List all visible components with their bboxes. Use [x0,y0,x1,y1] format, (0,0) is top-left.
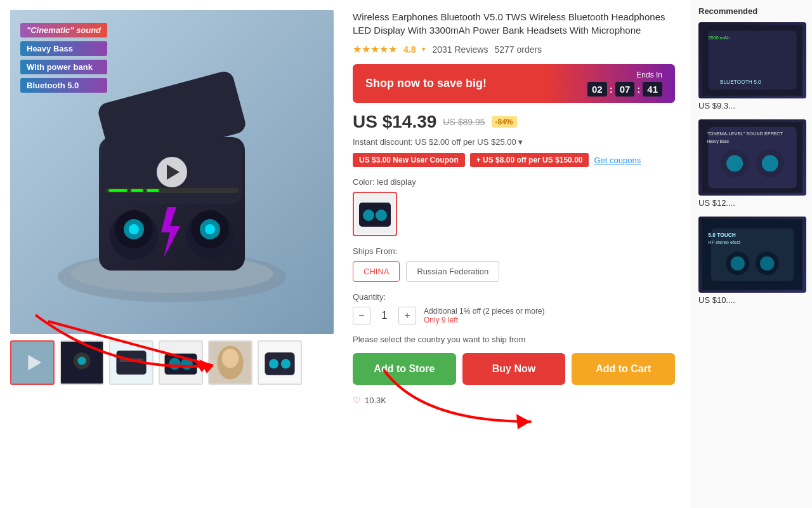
reviews-count: 2031 Reviews [432,44,488,55]
countdown-box: Ends In 02 : 07 : 41 [587,70,662,97]
ship-russia[interactable]: Russian Federation [406,261,499,282]
countdown-digits: 02 : 07 : 41 [587,82,662,97]
rec-item-1[interactable]: BLUETOOTH 5.0 3500 mAh US $9.3... [698,22,806,110]
likes-row: ♡ 10.3K [353,395,675,405]
promo-banner: Shop now to save big! Ends In 02 : 07 : … [353,64,675,103]
quantity-label: Quantity: [353,292,675,302]
rec-img-placeholder-2: "CINEMA-LEVEL" SOUND EFFECT Heavy Bass [698,119,806,196]
svg-rect-9 [147,189,159,192]
product-badges: "Cinematic" sound Heavy Bass With power … [20,23,107,93]
svg-marker-45 [516,414,530,429]
coupon-tag-2: + US $8.00 off per US $150.00 [470,153,589,167]
svg-point-43 [363,210,374,221]
rec-price-1: US $9.3... [698,101,806,110]
original-price: US $89.95 [443,117,485,127]
color-option-led[interactable] [353,192,397,236]
svg-point-67 [760,257,774,271]
ships-options: CHINA Russian Federation [353,261,675,282]
ends-in-label: Ends In [636,70,662,79]
colon-1: : [610,84,613,95]
color-options [353,192,675,236]
badge-cinematic: "Cinematic" sound [20,23,107,37]
svg-point-65 [731,257,745,271]
qty-increase-button[interactable]: + [398,307,416,324]
likes-count: 10.3K [365,396,386,405]
svg-text:5.0 TOUCH: 5.0 TOUCH [708,232,736,238]
product-details-panel: Wireless Earphones Bluetooth V5.0 TWS Wi… [346,10,681,498]
thumbnail-strip [10,340,334,385]
ships-section: Ships From: CHINA Russian Federation [353,246,675,282]
ship-china[interactable]: CHINA [353,261,400,282]
svg-point-57 [726,155,743,171]
coupon-row: US $3.00 New User Coupon + US $8.00 off … [353,153,675,167]
rec-image-3: 5.0 TOUCH HF stereo efect [698,217,806,293]
discount-badge: -84% [492,116,517,128]
quantity-row: − 1 + Additional 1% off (2 pieces or mor… [353,307,675,324]
qty-stock-text: Only 9 left [424,316,545,324]
current-price: US $14.39 [353,112,436,132]
qty-discount-text: Additional 1% off (2 pieces or more) [424,307,545,316]
heart-icon: ♡ [353,395,361,405]
svg-point-36 [269,359,278,368]
rating-arrow-icon[interactable]: ▾ [422,45,426,53]
product-image-panel: "Cinematic" sound Heavy Bass With power … [10,10,334,498]
qty-value: 1 [378,310,391,321]
sidebar: Recommended BLUETOOTH 5.0 3500 mAh US $9… [691,0,812,508]
thumbnail-2[interactable] [60,340,104,385]
badge-bluetooth: Bluetooth 5.0 [20,78,107,93]
svg-point-59 [762,155,778,171]
svg-point-17 [205,224,215,234]
svg-rect-25 [116,351,146,375]
svg-point-30 [181,358,193,370]
action-buttons: Add to Store Buy Now Add to Cart [353,353,675,385]
color-section: Color: led display [353,177,675,236]
svg-text:3500 mAh: 3500 mAh [708,35,730,41]
buy-now-button[interactable]: Buy Now [462,353,566,385]
svg-text:BLUETOOTH 5.0: BLUETOOTH 5.0 [720,79,761,85]
svg-point-44 [376,210,387,221]
add-to-cart-button[interactable]: Add to Cart [572,353,675,385]
main-product-image: "Cinematic" sound Heavy Bass With power … [10,10,334,334]
rec-image-2: "CINEMA-LEVEL" SOUND EFFECT Heavy Bass [698,119,806,196]
rating-row: ★★★★★ 4.8 ▾ 2031 Reviews 5277 orders [353,43,675,55]
svg-text:HF stereo efect: HF stereo efect [708,239,740,245]
colon-2: : [637,84,640,95]
product-title: Wireless Earphones Bluetooth V5.0 TWS Wi… [353,10,675,37]
countdown-minutes: 07 [615,82,635,97]
rec-image-1: BLUETOOTH 5.0 3500 mAh [698,22,806,98]
svg-point-13 [129,224,139,234]
svg-point-23 [77,357,86,365]
thumbnail-6[interactable] [258,340,302,385]
thumbnail-5[interactable] [208,340,252,385]
svg-point-37 [281,359,291,368]
coupon-tag-1: US $3.00 New User Coupon [353,153,465,167]
orders-count: 5277 orders [494,44,542,55]
get-coupons-link[interactable]: Get coupons [594,156,641,165]
svg-text:"CINEMA-LEVEL" SOUND EFFECT: "CINEMA-LEVEL" SOUND EFFECT [707,131,783,137]
sidebar-title: Recommended [698,6,806,16]
play-button[interactable] [157,157,187,187]
rec-img-placeholder-1: BLUETOOTH 5.0 3500 mAh [698,22,806,98]
thumbnail-3[interactable] [109,340,154,385]
ships-label: Ships From: [353,246,675,256]
svg-text:Heavy Bass: Heavy Bass [707,139,729,144]
rec-item-2[interactable]: "CINEMA-LEVEL" SOUND EFFECT Heavy Bass U… [698,119,806,208]
svg-point-29 [169,358,181,370]
instant-discount[interactable]: Instant discount: US $2.00 off per US $2… [353,137,675,147]
thumbnail-4[interactable] [159,340,203,385]
qty-decrease-button[interactable]: − [353,307,370,324]
stars-display: ★★★★★ [353,43,397,55]
badge-power: With power bank [20,60,107,74]
svg-point-33 [222,349,239,368]
rec-item-3[interactable]: 5.0 TOUCH HF stereo efect US $10.... [698,217,806,305]
thumbnail-1[interactable] [10,340,55,385]
ship-notice: Please select the country you want to sh… [353,335,675,344]
color-label: Color: led display [353,177,675,187]
countdown-seconds: 41 [643,82,662,97]
rating-value: 4.8 [403,44,416,55]
countdown-hours: 02 [587,82,607,97]
svg-rect-7 [108,189,128,192]
rec-img-placeholder-3: 5.0 TOUCH HF stereo efect [698,217,806,293]
add-to-store-button[interactable]: Add to Store [353,353,456,385]
promo-text: Shop now to save big! [365,77,487,90]
